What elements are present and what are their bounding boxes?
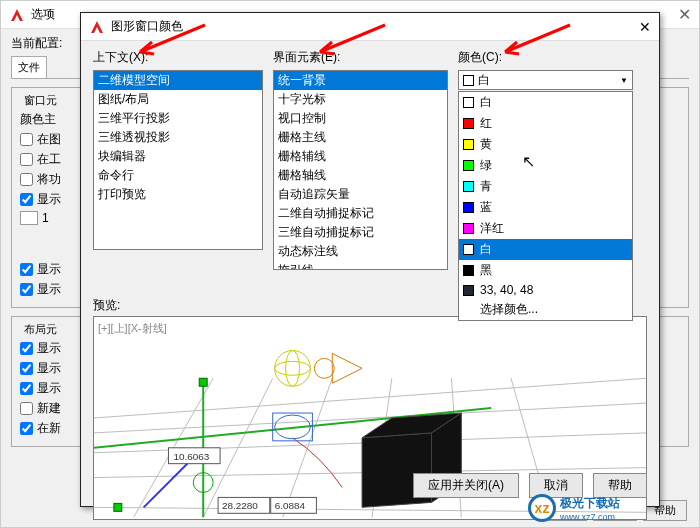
color-dialog-body: 上下文(X): 二维模型空间图纸/布局三维平行投影三维透视投影块编辑器命令行打印… <box>81 41 659 293</box>
color-option[interactable]: 选择颜色... <box>459 299 632 320</box>
cb-1-label: 在图 <box>37 131 61 148</box>
theme-label: 颜色主 <box>20 111 56 128</box>
cb-1[interactable] <box>20 133 33 146</box>
element-item[interactable]: 栅格辅线 <box>274 147 447 166</box>
watermark-icon: xz <box>528 494 556 522</box>
cb-12-label: 在新 <box>37 420 61 437</box>
cb-8[interactable] <box>20 342 33 355</box>
color-dialog: 图形窗口颜色 ✕ 上下文(X): 二维模型空间图纸/布局三维平行投影三维透视投影… <box>80 12 660 507</box>
color-option-label: 白 <box>480 94 492 111</box>
watermark: xz 极光下载站 www.xz7.com <box>528 494 620 522</box>
svg-line-7 <box>283 378 333 517</box>
color-swatch-icon <box>463 223 474 234</box>
mini-input-1[interactable] <box>20 211 38 225</box>
element-item[interactable]: 二维自动捕捉标记 <box>274 204 447 223</box>
svg-rect-24 <box>199 378 207 386</box>
cb-6[interactable] <box>20 263 33 276</box>
color-option-label: 黄 <box>480 136 492 153</box>
color-option[interactable]: 白 <box>459 92 632 113</box>
cb-2[interactable] <box>20 153 33 166</box>
watermark-text: 极光下载站 <box>560 495 620 512</box>
element-item[interactable]: 栅格轴线 <box>274 166 447 185</box>
context-item[interactable]: 三维平行投影 <box>94 109 262 128</box>
cb-4[interactable] <box>20 193 33 206</box>
svg-point-20 <box>286 350 300 386</box>
color-option[interactable]: 黑 <box>459 260 632 281</box>
color-selected-text: 白 <box>478 72 490 89</box>
element-label: 界面元素(E): <box>273 49 448 66</box>
group-title-2: 布局元 <box>20 322 61 337</box>
color-option[interactable]: 黄 <box>459 134 632 155</box>
color-option[interactable]: 青 <box>459 176 632 197</box>
element-column: 界面元素(E): 统一背景十字光标视口控制栅格主线栅格辅线栅格轴线自动追踪矢量二… <box>273 49 448 285</box>
context-item[interactable]: 打印预览 <box>94 185 262 204</box>
color-option-label: 蓝 <box>480 199 492 216</box>
color-option[interactable]: 蓝 <box>459 197 632 218</box>
chevron-down-icon: ▼ <box>620 76 628 85</box>
element-item[interactable]: 十字光标 <box>274 90 447 109</box>
num-1: 1 <box>42 211 49 225</box>
preview-val-c: 6.0884 <box>275 500 306 511</box>
context-item[interactable]: 块编辑器 <box>94 147 262 166</box>
context-label: 上下文(X): <box>93 49 263 66</box>
element-item[interactable]: 自动追踪矢量 <box>274 185 447 204</box>
color-swatch-icon <box>463 244 474 255</box>
svg-line-1 <box>94 403 646 433</box>
color-swatch-icon <box>463 75 474 86</box>
apply-close-button[interactable]: 应用并关闭(A) <box>413 473 519 498</box>
color-option[interactable]: 33, 40, 48 <box>459 281 632 299</box>
current-config-label: 当前配置: <box>11 35 62 52</box>
element-item[interactable]: 拖引线 <box>274 261 447 270</box>
cb-7[interactable] <box>20 283 33 296</box>
color-option-label: 红 <box>480 115 492 132</box>
color-dialog-title: 图形窗口颜色 <box>111 18 183 35</box>
color-option-label: 青 <box>480 178 492 195</box>
context-item[interactable]: 三维透视投影 <box>94 128 262 147</box>
preview-val-b: 28.2280 <box>222 500 258 511</box>
color-option[interactable]: 白 <box>459 239 632 260</box>
context-listbox[interactable]: 二维模型空间图纸/布局三维平行投影三维透视投影块编辑器命令行打印预览 <box>93 70 263 250</box>
color-swatch-icon <box>463 181 474 192</box>
color-option-label: 黑 <box>480 262 492 279</box>
color-option-label: 白 <box>480 241 492 258</box>
cb-3-label: 将功 <box>37 171 61 188</box>
preview-corner-text: [+][上][X-射线] <box>98 321 167 336</box>
color-option[interactable]: 绿 <box>459 155 632 176</box>
close-icon[interactable]: ✕ <box>639 19 651 35</box>
context-column: 上下文(X): 二维模型空间图纸/布局三维平行投影三维透视投影块编辑器命令行打印… <box>93 49 263 285</box>
element-item[interactable]: 三维自动捕捉标记 <box>274 223 447 242</box>
cb-9[interactable] <box>20 362 33 375</box>
color-option-label: 选择颜色... <box>480 301 538 318</box>
cb-11[interactable] <box>20 402 33 415</box>
cb-7-label: 显示 <box>37 281 61 298</box>
context-item[interactable]: 命令行 <box>94 166 262 185</box>
cb-11-label: 新建 <box>37 400 61 417</box>
color-swatch-icon <box>463 118 474 129</box>
element-item[interactable]: 统一背景 <box>274 71 447 90</box>
cb-4-label: 显示 <box>37 191 61 208</box>
color-combobox[interactable]: 白 ▼ 白红黄绿青蓝洋红白黑33, 40, 48选择颜色... <box>458 70 633 90</box>
context-item[interactable]: 图纸/布局 <box>94 90 262 109</box>
cb-10[interactable] <box>20 382 33 395</box>
context-item[interactable]: 二维模型空间 <box>94 71 262 90</box>
svg-rect-25 <box>114 503 122 511</box>
cb-10-label: 显示 <box>37 380 61 397</box>
color-dropdown[interactable]: 白红黄绿青蓝洋红白黑33, 40, 48选择颜色... <box>458 91 633 321</box>
svg-line-0 <box>94 378 646 418</box>
svg-point-18 <box>275 350 311 386</box>
cb-12[interactable] <box>20 422 33 435</box>
cb-3[interactable] <box>20 173 33 186</box>
color-swatch-icon <box>463 97 474 108</box>
element-item[interactable]: 视口控制 <box>274 109 447 128</box>
tab-file[interactable]: 文件 <box>11 56 47 78</box>
color-option-label: 洋红 <box>480 220 504 237</box>
cb-8-label: 显示 <box>37 340 61 357</box>
color-option[interactable]: 红 <box>459 113 632 134</box>
element-item[interactable]: 栅格主线 <box>274 128 447 147</box>
element-listbox[interactable]: 统一背景十字光标视口控制栅格主线栅格辅线栅格轴线自动追踪矢量二维自动捕捉标记三维… <box>273 70 448 270</box>
close-icon[interactable]: ✕ <box>678 5 691 24</box>
element-item[interactable]: 动态标注线 <box>274 242 447 261</box>
watermark-url: www.xz7.com <box>560 512 620 522</box>
color-column: 颜色(C): 白 ▼ 白红黄绿青蓝洋红白黑33, 40, 48选择颜色... 恢… <box>458 49 633 285</box>
color-option[interactable]: 洋红 <box>459 218 632 239</box>
